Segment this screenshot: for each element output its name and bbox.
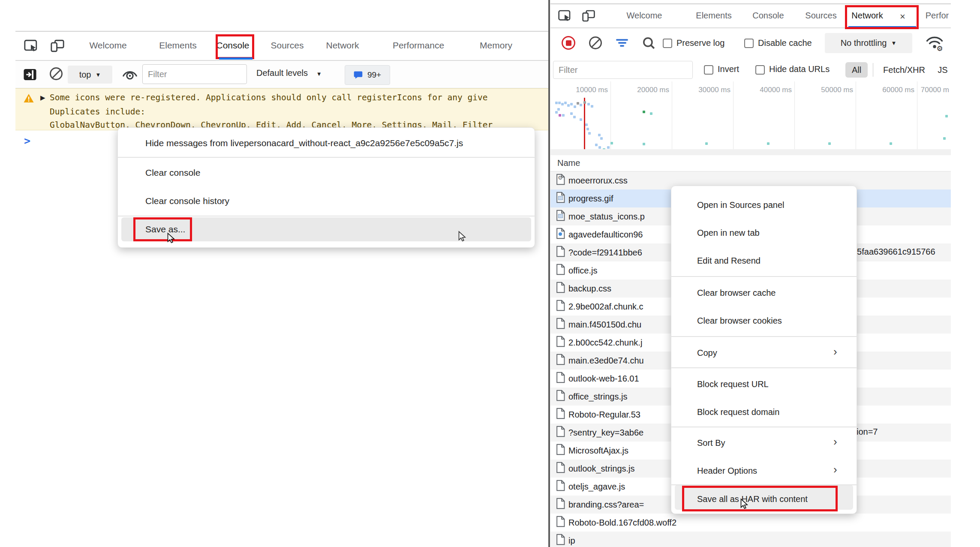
waterfall-request-dot: [574, 105, 576, 108]
throttling-dropdown[interactable]: No throttling ▼: [825, 33, 912, 53]
file-icon: [556, 498, 565, 511]
tab-sources[interactable]: Sources: [271, 40, 304, 51]
menu-item-clear-console[interactable]: Clear console: [118, 159, 535, 186]
issues-badge[interactable]: 99+: [345, 65, 390, 85]
menu-separator: [118, 157, 535, 158]
request-type-filter-all[interactable]: All: [845, 62, 868, 78]
network-context-menu: Open in Sources panelOpen in new tabEdit…: [671, 186, 857, 514]
console-tab-active-indicator: [219, 57, 253, 60]
timeline-gridline: [794, 81, 795, 149]
annotation-redbox-save-as: [133, 217, 192, 241]
waterfall-request-dot: [583, 101, 586, 104]
request-name: branding.css?area=: [568, 500, 644, 510]
file-icon: [556, 282, 565, 295]
menu-item-block-request-domain[interactable]: Block request domain: [671, 398, 857, 426]
timeline-tick-label: 20000 ms: [637, 86, 669, 94]
menu-separator: [671, 276, 857, 277]
file-icon: [556, 264, 565, 277]
table-row[interactable]: ip: [550, 532, 951, 547]
console-filter-input[interactable]: [142, 64, 247, 84]
warning-text-line1: Some icons were re-registered. Applicati…: [50, 93, 487, 102]
mouse-cursor: [456, 231, 467, 243]
request-name: Roboto-Bold.167cfd08.woff2: [568, 518, 676, 528]
network-overview-timeline[interactable]: 10000 ms20000 ms30000 ms40000 ms50000 ms…: [550, 81, 951, 150]
waterfall-request-dot: [557, 108, 560, 111]
request-name: outlook-web-16.01: [568, 374, 639, 384]
tab-sources[interactable]: Sources: [805, 11, 836, 21]
name-column-header-label: Name: [557, 158, 580, 168]
preserve-log-label: Preserve log: [676, 38, 724, 48]
menu-item-hide-messages-from-livepersonacard-without-react-a9c2a9256e7e5c09a5c7-js[interactable]: Hide messages from livepersonacard_witho…: [118, 131, 535, 155]
invert-checkbox[interactable]: [704, 65, 713, 75]
waterfall-request-dot: [570, 112, 573, 115]
record-network-log-icon[interactable]: [562, 36, 575, 50]
tab-welcome[interactable]: Welcome: [627, 11, 662, 21]
chevron-down-icon: ▼: [95, 72, 101, 78]
network-conditions-icon[interactable]: ⚙: [924, 34, 945, 52]
request-name: MicrosoftAjax.js: [568, 446, 628, 456]
clear-network-log-icon[interactable]: [589, 36, 602, 49]
live-expression-eye-icon[interactable]: [121, 68, 139, 81]
tab-perfor[interactable]: Perfor: [926, 11, 949, 21]
device-toolbar-icon[interactable]: [581, 9, 596, 23]
context-selector[interactable]: top ▼: [68, 66, 112, 84]
filter-icon[interactable]: [616, 38, 628, 48]
request-type-filter-js[interactable]: JS: [936, 62, 949, 78]
timeline-tick-label: 10000 ms: [576, 86, 608, 94]
name-column-header[interactable]: Name: [550, 155, 951, 171]
right-devtools-panel: WelcomeElementsConsoleSourcesNetworkPerf…: [550, 0, 951, 547]
tab-performance[interactable]: Performance: [393, 40, 444, 51]
menu-item-sort-by[interactable]: Sort By: [671, 429, 857, 457]
menu-item-block-request-url[interactable]: Block request URL: [671, 370, 857, 398]
menu-item-clear-browser-cache[interactable]: Clear browser cache: [671, 279, 857, 307]
issues-count: 99+: [367, 70, 381, 80]
request-type-filter-c[interactable]: C: [950, 62, 951, 78]
tab-elements[interactable]: Elements: [159, 40, 197, 51]
inspect-element-icon[interactable]: [23, 39, 39, 53]
menu-item-clear-browser-cookies[interactable]: Clear browser cookies: [671, 307, 857, 334]
left-panel-top-border: [15, 31, 549, 32]
timeline-gridline: [917, 81, 917, 149]
hide-data-urls-label: Hide data URLs: [769, 64, 830, 74]
console-sidebar-icon[interactable]: [22, 68, 38, 81]
menu-item-clear-console-history[interactable]: Clear console history: [118, 188, 535, 214]
waterfall-request-dot: [588, 132, 591, 135]
network-toolbar: Preserve log Disable cache No throttling…: [550, 28, 951, 58]
network-filter-input[interactable]: [553, 61, 693, 79]
device-toolbar-icon[interactable]: [50, 39, 65, 53]
table-row[interactable]: Roboto-Bold.167cfd08.woff2: [550, 514, 951, 532]
expand-triangle-icon[interactable]: ▶: [40, 94, 45, 102]
file-icon: [556, 534, 565, 547]
file-icon: [556, 300, 565, 313]
disable-cache-checkbox[interactable]: [744, 39, 754, 48]
tab-welcome[interactable]: Welcome: [89, 40, 126, 51]
invert-label: Invert: [718, 64, 739, 74]
timeline-scroll-strip[interactable]: [550, 149, 951, 156]
request-name: progress.gif: [568, 194, 613, 204]
search-icon[interactable]: [641, 36, 656, 50]
inspect-element-icon[interactable]: [557, 9, 572, 23]
console-prompt-chevron[interactable]: >: [24, 135, 30, 147]
default-levels-label: Default levels: [256, 68, 308, 78]
hide-data-urls-checkbox[interactable]: [755, 65, 765, 75]
file-icon: [556, 444, 565, 457]
tab-elements[interactable]: Elements: [696, 11, 731, 21]
menu-item-open-in-new-tab[interactable]: Open in new tab: [671, 219, 857, 246]
tab-memory[interactable]: Memory: [480, 40, 512, 51]
request-name: agavedefaulticon96: [568, 230, 643, 240]
request-type-filter-fetchxhr[interactable]: Fetch/XHR: [881, 62, 928, 78]
disable-cache-label: Disable cache: [758, 38, 812, 48]
menu-item-edit-and-resend[interactable]: Edit and Resend: [671, 247, 857, 274]
clear-console-icon[interactable]: [50, 67, 63, 80]
waterfall-request-dot: [587, 103, 590, 105]
menu-item-open-in-sources-panel[interactable]: Open in Sources panel: [671, 191, 857, 219]
panels-divider: [548, 0, 550, 547]
menu-item-copy[interactable]: Copy: [671, 339, 857, 367]
default-levels-dropdown[interactable]: Default levels ▼: [256, 68, 322, 78]
tab-network[interactable]: Network: [326, 40, 359, 51]
image-file-icon: [556, 192, 565, 205]
tab-console[interactable]: Console: [752, 11, 784, 21]
menu-separator: [671, 427, 857, 427]
menu-item-header-options[interactable]: Header Options: [671, 457, 857, 484]
preserve-log-checkbox[interactable]: [663, 39, 672, 48]
